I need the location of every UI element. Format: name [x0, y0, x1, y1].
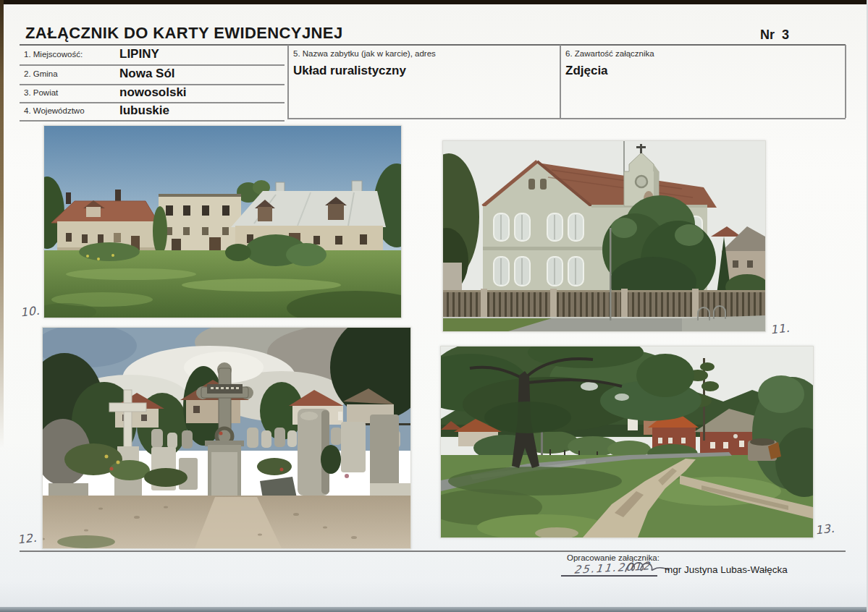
field-label-powiat: 3. Powiat [24, 88, 58, 97]
column-divider [287, 45, 289, 118]
scan-edge-top [0, 0, 868, 4]
field-value-wojewodztwo: lubuskie [119, 103, 169, 118]
section-bottom-rule [287, 118, 846, 119]
photo-11-school-building [442, 140, 766, 332]
attachment-contents-value: Zdjęcia [565, 64, 608, 78]
scan-edge-left [0, 0, 4, 449]
field-label-gmina: 2. Gmina [24, 69, 58, 78]
photo-12-cemetery [42, 327, 411, 549]
column-divider [560, 45, 561, 118]
attachment-contents-label: 6. Zawartość załącznika [565, 49, 654, 58]
photo-13-village-road [440, 346, 814, 538]
field-value-powiat: nowosolski [119, 85, 187, 100]
photo-number-12: 12. [17, 531, 38, 547]
attachment-number: Nr 3 [760, 27, 789, 43]
photo-11-image [443, 141, 765, 331]
photo-number-11: 11. [770, 321, 791, 337]
signature-underline [561, 575, 657, 577]
field-label-wojewodztwo: 4. Województwo [24, 106, 85, 115]
row-divider [20, 120, 285, 122]
column-divider [845, 45, 846, 118]
author-name: mgr Justyna Lubas-Wałęcka [665, 564, 788, 575]
title-rule [20, 44, 846, 46]
photo-13-image [441, 347, 813, 537]
scan-page: ZAŁĄCZNIK DO KARTY EWIDENCYJNEJ Nr 3 1. … [0, 0, 868, 612]
field-value-miejscowosc: LIPINY [119, 47, 159, 61]
photo-10-farm-buildings [43, 125, 402, 318]
scan-edge-bottom [0, 607, 868, 612]
footer-rule [20, 551, 846, 552]
field-label-miejscowosc: 1. Miejscowość: [24, 50, 83, 59]
field-value-gmina: Nowa Sól [119, 67, 175, 81]
row-divider [20, 64, 285, 66]
photo-12-image [43, 328, 410, 548]
page-title: ZAŁĄCZNIK DO KARTY EWIDENCYJNEJ [25, 24, 343, 43]
photo-number-10: 10. [20, 304, 41, 320]
monument-name-label: 5. Nazwa zabytku (jak w karcie), adres [293, 49, 436, 58]
signature-paraph [624, 558, 670, 580]
photo-10-image [44, 126, 401, 318]
monument-name-value: Układ ruralistyczny [293, 64, 406, 78]
photo-number-13: 13. [814, 522, 835, 537]
